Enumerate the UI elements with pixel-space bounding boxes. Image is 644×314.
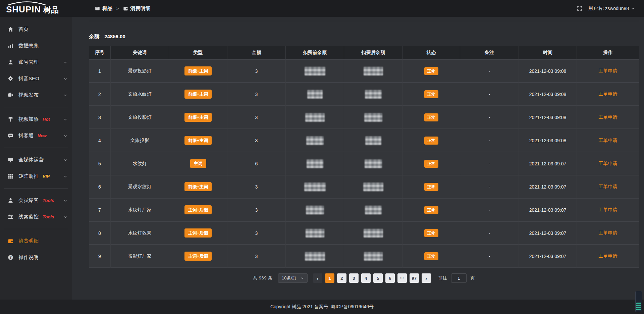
brand-logo[interactable]: SHUPIN 树品 [0, 0, 72, 17]
work-order-link[interactable]: 工单申请 [599, 253, 618, 259]
sidebar-item-member-marketing[interactable]: 会员爆客Tools [0, 192, 72, 209]
sidebar-item-clue-monitor[interactable]: 线索监控Tools [0, 209, 72, 225]
cell-remark: - [460, 83, 519, 106]
sidebar-item-consumption-detail[interactable]: 消费明细 [0, 233, 72, 249]
work-order-link[interactable]: 工单申请 [599, 91, 618, 97]
sidebar-item-tag: Tools [43, 214, 54, 219]
cell-keyword: 投影灯厂家 [111, 245, 169, 268]
cell-remark: - [460, 175, 519, 199]
work-order-link[interactable]: 工单申请 [599, 184, 618, 189]
balance-value: 24856.00 [104, 34, 125, 39]
footer: Copyright 树品 2021 备案号: 粤ICP备09019646号 [0, 300, 644, 314]
cell-post-balance [344, 175, 402, 199]
video-icon [7, 92, 14, 98]
cell-status: 正常 [402, 199, 460, 222]
page-button-2[interactable]: 2 [337, 273, 346, 283]
cell-status: 正常 [402, 129, 460, 152]
user-icon [7, 59, 14, 65]
column-header-1: 关键词 [111, 46, 169, 60]
sidebar-item-label: 抖音SEO [18, 75, 39, 82]
cell-time: 2021-12-03 09:07 [519, 245, 577, 268]
cell-action: 工单申请 [577, 222, 639, 245]
cell-time: 2021-12-03 09:07 [519, 222, 577, 245]
page-button-3[interactable]: 3 [349, 273, 359, 283]
sidebar: 首页数据总览账号管理抖音SEO视频发布视频加热Hot抖客通New全媒体运营矩阵助… [0, 17, 72, 314]
work-order-link[interactable]: 工单申请 [599, 138, 618, 143]
sidebar-item-douyin-seo[interactable]: 抖音SEO [0, 70, 72, 87]
cell-index: 6 [89, 175, 111, 199]
breadcrumb-shupin[interactable]: 树品 [102, 5, 112, 12]
sidebar-item-label: 首页 [18, 26, 29, 33]
status-badge: 正常 [424, 90, 438, 98]
page-size-select[interactable]: 10条/页 [278, 273, 308, 283]
column-header-8: 时间 [519, 46, 577, 60]
sidebar-item-label: 会员爆客 [18, 197, 39, 204]
cell-keyword: 水纹灯 [111, 152, 169, 175]
pagination: 共 969 条 10条/页 ‹ 123456•••97 › 前往 页 [89, 273, 639, 283]
chevron-down-icon [63, 93, 67, 97]
cell-remark: - [460, 60, 519, 83]
sidebar-item-label: 消费明细 [18, 238, 39, 244]
cell-keyword: 文旅投影灯 [111, 106, 169, 129]
page-button-5[interactable]: 5 [373, 273, 383, 283]
fullscreen-icon[interactable] [577, 6, 582, 11]
cell-action: 工单申请 [577, 83, 639, 106]
cell-action: 工单申请 [577, 106, 639, 129]
cell-post-balance [344, 60, 402, 83]
table-header-row: 序号关键词类型金额扣费前余额扣费后余额状态备注时间操作 [89, 46, 639, 60]
topbar: SHUPIN 树品 树品 > 消费明细 用户名: zswodun88 [0, 0, 644, 17]
question-icon: ? [7, 255, 14, 260]
cell-time: 2021-12-03 09:08 [519, 106, 577, 129]
goto-page-input[interactable] [451, 273, 467, 283]
sidebar-item-account-management[interactable]: 账号管理 [0, 54, 72, 70]
more-pages-button[interactable]: ••• [397, 273, 407, 283]
user-menu[interactable]: 用户名: zswodun88 [588, 5, 635, 11]
cell-time: 2021-12-03 09:07 [519, 152, 577, 175]
cell-index: 9 [89, 245, 111, 268]
cell-time: 2021-12-03 09:08 [519, 60, 577, 83]
cell-action: 工单申请 [577, 199, 639, 222]
sidebar-item-label: 矩阵助推 [18, 173, 39, 179]
cell-post-balance [344, 245, 402, 268]
sidebar-item-home-page[interactable]: 首页 [0, 21, 72, 38]
work-order-link[interactable]: 工单申请 [599, 68, 618, 73]
work-order-link[interactable]: 工单申请 [599, 161, 618, 166]
sidebar-divider [4, 188, 68, 189]
page-button-6[interactable]: 6 [385, 273, 395, 283]
cell-type: 主词+后缀 [169, 245, 227, 268]
cell-amount: 3 [227, 60, 286, 83]
sidebar-item-matrix-boost[interactable]: 矩阵助推VIP [0, 168, 72, 185]
sidebar-item-all-media-operation[interactable]: 全媒体运营 [0, 152, 72, 168]
cell-amount: 6 [227, 152, 286, 175]
work-order-link[interactable]: 工单申请 [599, 230, 618, 235]
breadcrumb-consumption-detail: 消费明细 [130, 5, 151, 12]
sidebar-item-operation-guide[interactable]: ?操作说明 [0, 249, 72, 266]
work-order-link[interactable]: 工单申请 [599, 114, 618, 120]
sidebar-item-label: 账号管理 [18, 59, 39, 65]
sidebar-item-data-overview[interactable]: 数据总览 [0, 38, 72, 54]
prev-page-button[interactable]: ‹ [313, 273, 322, 283]
cell-remark: - [460, 129, 519, 152]
cell-keyword: 文旅投影 [111, 129, 169, 152]
chevron-down-icon [63, 158, 67, 162]
type-badge: 前缀+主词 [184, 182, 212, 191]
cell-keyword: 景观水纹灯 [111, 175, 169, 199]
work-order-link[interactable]: 工单申请 [599, 207, 618, 212]
page-button-4[interactable]: 4 [361, 273, 371, 283]
cell-index: 8 [89, 222, 111, 245]
status-badge: 正常 [424, 67, 438, 75]
sidebar-item-douketong[interactable]: 抖客通New [0, 127, 72, 144]
scroll-widget[interactable] [635, 291, 642, 312]
sidebar-item-video-heating[interactable]: 视频加热Hot [0, 111, 72, 127]
chat-icon [7, 133, 14, 139]
page-button-1[interactable]: 1 [325, 273, 334, 283]
sidebar-item-video-publish[interactable]: 视频发布 [0, 87, 72, 103]
column-header-2: 类型 [169, 46, 227, 60]
page-button-97[interactable]: 97 [410, 273, 419, 283]
masked-balance [364, 252, 383, 261]
type-badge: 前缀+主词 [184, 90, 212, 99]
next-page-button[interactable]: › [422, 273, 431, 283]
cell-time: 2021-12-03 09:07 [519, 175, 577, 199]
status-badge: 正常 [424, 183, 438, 191]
monitor-icon [7, 157, 14, 163]
